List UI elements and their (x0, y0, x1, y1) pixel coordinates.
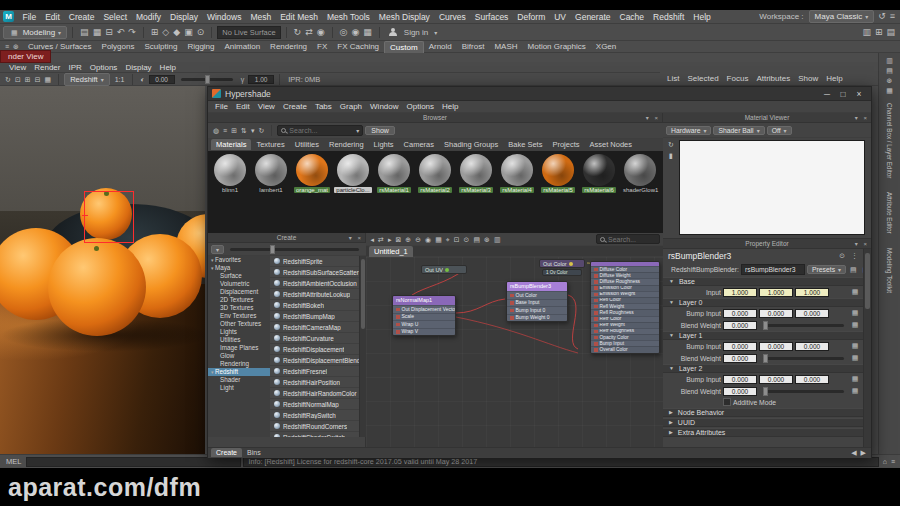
output-connections-icon[interactable]: ▸ (386, 236, 393, 243)
node-attribute-row[interactable]: Base Input (507, 299, 567, 307)
grid-view-icon[interactable]: ⊞ (229, 127, 239, 134)
menu-item[interactable]: Help (438, 102, 462, 111)
create-node-item[interactable]: RedshiftCameraMap (270, 322, 359, 333)
gamma-icon[interactable]: γ (239, 76, 247, 83)
dock-tab[interactable]: Channel Box / Layer Editor (885, 98, 894, 183)
render-view-image-area[interactable] (0, 86, 205, 454)
panel-menu-item[interactable]: Render (30, 63, 64, 72)
list-view-icon[interactable]: ≡ (221, 127, 229, 134)
create-filter-dropdown[interactable]: ▾ (211, 245, 224, 254)
shelf-tab[interactable]: FX (312, 41, 332, 52)
blend-weight-slider[interactable] (763, 357, 844, 360)
node-attribute-row[interactable]: Wrap V (393, 328, 455, 336)
category-row[interactable]: Rendering (208, 360, 270, 368)
menu-item[interactable]: UV (550, 12, 571, 22)
browser-tab[interactable]: Rendering (324, 139, 369, 150)
input-plug-icon[interactable] (594, 280, 598, 284)
remove-image-icon[interactable]: ⊟ (33, 76, 43, 83)
blend-weight-field[interactable] (723, 387, 757, 396)
browser-tab[interactable]: Materials (211, 139, 251, 150)
shelf-tab[interactable]: MASH (489, 41, 522, 52)
bump-input-y-field[interactable] (759, 309, 793, 318)
output-plug-icon[interactable] (569, 262, 573, 266)
menu-item[interactable]: Redshift (649, 12, 689, 22)
material-swatch[interactable]: shaderGlow1 (621, 154, 659, 193)
input-plug-icon[interactable] (594, 286, 598, 290)
snap-to-grid-icon[interactable]: ⊞ (149, 28, 161, 37)
icon-size-slider[interactable] (230, 248, 359, 251)
create-node-item[interactable]: RedshiftBokeh (270, 300, 359, 311)
viewer-refresh-icon[interactable]: ↻ (666, 141, 676, 148)
node-name-field[interactable] (741, 264, 805, 275)
category-row[interactable]: Light (208, 384, 270, 392)
graph-tab[interactable]: Untitled_1 (369, 246, 413, 257)
menu-item[interactable]: Tabs (311, 102, 336, 111)
renderer-selector[interactable]: Redshift▾ (64, 73, 110, 86)
menu-item[interactable]: Create (279, 102, 311, 111)
panel-dock-icons[interactable]: ▾ × (855, 240, 869, 247)
shelf-tab[interactable]: Animation (220, 41, 266, 52)
open-scene-icon[interactable]: ▦ (91, 28, 104, 37)
browser-panel-header[interactable]: Browser ▾ × (208, 113, 662, 123)
material-swatch[interactable]: rsMaterial1 (375, 154, 413, 193)
create-node-item[interactable]: RedshiftShaderSwitch (270, 432, 359, 437)
display-ratio-label[interactable]: 1:1 (112, 76, 128, 83)
input-plug-icon[interactable] (510, 316, 514, 320)
browser-tab[interactable]: Textures (251, 139, 289, 150)
panel-menu-item[interactable]: Focus (723, 74, 753, 83)
snap-to-point-icon[interactable]: ◆ (171, 28, 182, 37)
input-plug-icon[interactable] (396, 330, 400, 334)
material-swatch[interactable]: blinn1 (211, 154, 249, 193)
refresh-swatches-icon[interactable]: ↻ (256, 127, 266, 134)
command-history-icon[interactable]: ≡ (889, 458, 897, 465)
create-node-item[interactable]: RedshiftSprite (270, 256, 359, 267)
input-plug-icon[interactable] (594, 305, 598, 309)
menu-item[interactable]: View (254, 102, 279, 111)
out-color-node[interactable]: Out Color (539, 259, 585, 268)
node-graph-canvas[interactable]: Out UV Out Color 1 Ov Color (366, 257, 663, 447)
pin-node-icon[interactable]: ⊙ (462, 236, 471, 243)
show-channel-box-icon[interactable]: ▥ (884, 57, 895, 64)
menu-item[interactable]: Generate (571, 12, 615, 22)
browser-tab[interactable]: Utilities (290, 139, 324, 150)
node-title[interactable]: rsNormalMap1 (393, 296, 455, 305)
ipr-render-icon[interactable]: ◉ (349, 28, 361, 37)
graph-materials-icon[interactable]: ◉ (424, 236, 433, 243)
viewer-pause-icon[interactable]: ▮ (667, 152, 675, 159)
create-node-item[interactable]: RedshiftCurvature (270, 333, 359, 344)
menu-item[interactable]: Edit (41, 12, 65, 22)
layer-section-header[interactable]: ▼ Layer 2 (663, 364, 863, 373)
create-node-item[interactable]: RedshiftNormalMap (270, 399, 359, 410)
property-editor-scrollbar[interactable] (863, 249, 871, 447)
grid-toggle-icon[interactable]: ▤ (472, 236, 482, 243)
base-section-header[interactable]: ▼ Base (663, 277, 863, 286)
menu-item[interactable]: Cache (615, 12, 649, 22)
clear-graph-icon[interactable]: ⊠ (394, 236, 403, 243)
category-row[interactable]: Utilities (208, 336, 270, 344)
workspace-selector[interactable]: Maya Classic▾ (809, 10, 875, 23)
category-row[interactable]: Volumetric (208, 280, 270, 288)
map-button-icon[interactable]: ▦ (850, 354, 860, 362)
panel-dock-icons[interactable]: ▾ × (646, 114, 660, 121)
create-node-item[interactable]: RedshiftDisplacementBlender (270, 355, 359, 366)
input-plug-icon[interactable] (396, 315, 400, 319)
node-attribute-row[interactable]: Scale (393, 313, 455, 321)
bottom-tab[interactable]: Create (211, 448, 242, 457)
redraw-region-icon[interactable]: ↻ (3, 76, 13, 83)
map-button-icon[interactable]: ▦ (850, 288, 860, 296)
snap-toggle-icon[interactable]: ⊛ (483, 236, 492, 243)
menu-item[interactable]: Display (166, 12, 203, 22)
node-attribute-row[interactable]: Overall Color (591, 346, 659, 352)
workspace-menu-icon[interactable]: ≡ (888, 12, 897, 21)
create-node-item[interactable]: RedshiftDisplacement (270, 344, 359, 355)
node-attribute-row[interactable]: Wrap U (393, 320, 455, 328)
viewer-renderer-dropdown[interactable]: Hardware▾ (666, 126, 711, 135)
bump-input-x-field[interactable] (723, 342, 757, 351)
map-button-icon[interactable]: ▦ (850, 309, 860, 317)
bump-input-x-field[interactable] (723, 309, 757, 318)
panel-dock-icons[interactable]: ▾ × (349, 234, 363, 241)
render-current-frame-icon[interactable]: ◎ (338, 28, 350, 37)
shelf-gear-icon[interactable]: ⊛ (11, 43, 21, 50)
panel-layout-icon[interactable]: ⊞ (873, 28, 885, 37)
new-scene-icon[interactable]: ▤ (78, 28, 91, 37)
